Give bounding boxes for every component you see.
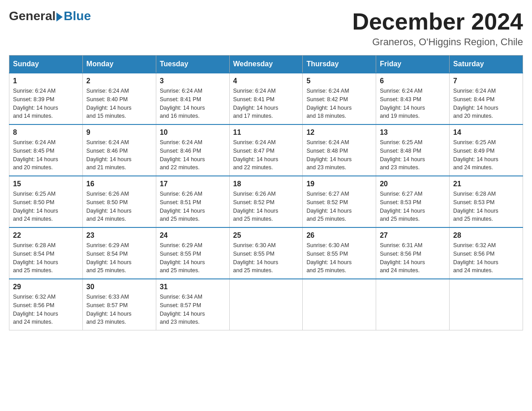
calendar-cell: 6Sunrise: 6:24 AMSunset: 8:43 PMDaylight… [376,73,450,124]
col-friday: Friday [376,56,450,73]
day-info: Sunrise: 6:29 AMSunset: 8:54 PMDaylight:… [86,241,152,275]
calendar-cell: 11Sunrise: 6:24 AMSunset: 8:47 PMDayligh… [229,124,303,176]
day-info: Sunrise: 6:34 AMSunset: 8:57 PMDaylight:… [160,293,226,326]
header-row: Sunday Monday Tuesday Wednesday Thursday… [9,56,523,73]
calendar-cell: 23Sunrise: 6:29 AMSunset: 8:54 PMDayligh… [82,227,156,279]
calendar-cell: 18Sunrise: 6:26 AMSunset: 8:52 PMDayligh… [229,176,303,227]
day-info: Sunrise: 6:27 AMSunset: 8:52 PMDaylight:… [306,190,372,223]
day-info: Sunrise: 6:24 AMSunset: 8:41 PMDaylight:… [160,87,226,120]
day-number: 25 [233,231,299,240]
day-number: 30 [86,283,152,291]
day-number: 31 [160,283,226,291]
calendar-cell: 12Sunrise: 6:24 AMSunset: 8:48 PMDayligh… [303,124,376,176]
day-number: 27 [380,231,446,240]
title-section: December 2024 Graneros, O'Higgins Region… [352,9,523,48]
day-info: Sunrise: 6:24 AMSunset: 8:41 PMDaylight:… [233,87,299,120]
day-number: 6 [380,77,446,85]
calendar-cell: 31Sunrise: 6:34 AMSunset: 8:57 PMDayligh… [156,279,229,330]
day-number: 2 [86,77,152,85]
day-info: Sunrise: 6:24 AMSunset: 8:48 PMDaylight:… [306,138,372,172]
day-number: 13 [380,128,446,137]
week-row-2: 8Sunrise: 6:24 AMSunset: 8:45 PMDaylight… [9,124,523,176]
day-number: 12 [306,128,372,137]
calendar-cell [229,279,303,330]
calendar-cell: 19Sunrise: 6:27 AMSunset: 8:52 PMDayligh… [303,176,376,227]
day-number: 26 [306,231,372,240]
week-row-4: 22Sunrise: 6:28 AMSunset: 8:54 PMDayligh… [9,227,523,279]
day-info: Sunrise: 6:24 AMSunset: 8:46 PMDaylight:… [86,138,152,172]
day-number: 4 [233,77,299,85]
calendar-cell: 28Sunrise: 6:32 AMSunset: 8:56 PMDayligh… [450,227,523,279]
calendar-cell: 20Sunrise: 6:27 AMSunset: 8:53 PMDayligh… [376,176,450,227]
day-info: Sunrise: 6:24 AMSunset: 8:44 PMDaylight:… [453,87,519,120]
day-info: Sunrise: 6:31 AMSunset: 8:56 PMDaylight:… [380,241,446,275]
day-number: 16 [86,180,152,188]
day-info: Sunrise: 6:25 AMSunset: 8:49 PMDaylight:… [453,138,519,172]
week-row-5: 29Sunrise: 6:32 AMSunset: 8:56 PMDayligh… [9,279,523,330]
calendar-cell: 30Sunrise: 6:33 AMSunset: 8:57 PMDayligh… [82,279,156,330]
day-info: Sunrise: 6:24 AMSunset: 8:47 PMDaylight:… [233,138,299,172]
week-row-1: 1Sunrise: 6:24 AMSunset: 8:39 PMDaylight… [9,73,523,124]
calendar-cell: 25Sunrise: 6:30 AMSunset: 8:55 PMDayligh… [229,227,303,279]
day-number: 29 [13,283,79,291]
day-info: Sunrise: 6:25 AMSunset: 8:50 PMDaylight:… [13,190,79,223]
logo-blue-text: Blue [64,9,91,23]
day-info: Sunrise: 6:26 AMSunset: 8:52 PMDaylight:… [233,190,299,223]
day-info: Sunrise: 6:27 AMSunset: 8:53 PMDaylight:… [380,190,446,223]
day-number: 8 [13,128,79,137]
logo-general-text: General [9,9,56,23]
day-number: 1 [13,77,79,85]
day-info: Sunrise: 6:32 AMSunset: 8:56 PMDaylight:… [13,293,79,326]
calendar-cell: 5Sunrise: 6:24 AMSunset: 8:42 PMDaylight… [303,73,376,124]
day-info: Sunrise: 6:24 AMSunset: 8:42 PMDaylight:… [306,87,372,120]
day-number: 20 [380,180,446,188]
day-number: 21 [453,180,519,188]
day-info: Sunrise: 6:30 AMSunset: 8:55 PMDaylight:… [233,241,299,275]
col-monday: Monday [82,56,156,73]
calendar-cell [376,279,450,330]
day-number: 10 [160,128,226,137]
col-tuesday: Tuesday [156,56,229,73]
day-number: 14 [453,128,519,137]
day-number: 7 [453,77,519,85]
calendar-cell: 21Sunrise: 6:28 AMSunset: 8:53 PMDayligh… [450,176,523,227]
calendar-cell: 9Sunrise: 6:24 AMSunset: 8:46 PMDaylight… [82,124,156,176]
calendar-cell: 3Sunrise: 6:24 AMSunset: 8:41 PMDaylight… [156,73,229,124]
calendar-cell: 8Sunrise: 6:24 AMSunset: 8:45 PMDaylight… [9,124,83,176]
day-info: Sunrise: 6:24 AMSunset: 8:39 PMDaylight:… [13,87,79,120]
calendar-cell: 24Sunrise: 6:29 AMSunset: 8:55 PMDayligh… [156,227,229,279]
day-number: 18 [233,180,299,188]
day-number: 11 [233,128,299,137]
col-saturday: Saturday [450,56,523,73]
day-number: 5 [306,77,372,85]
day-number: 17 [160,180,226,188]
day-info: Sunrise: 6:26 AMSunset: 8:51 PMDaylight:… [160,190,226,223]
col-thursday: Thursday [303,56,376,73]
logo-arrow-icon [56,13,63,21]
calendar-cell: 22Sunrise: 6:28 AMSunset: 8:54 PMDayligh… [9,227,83,279]
calendar-cell: 2Sunrise: 6:24 AMSunset: 8:40 PMDaylight… [82,73,156,124]
day-info: Sunrise: 6:33 AMSunset: 8:57 PMDaylight:… [86,293,152,326]
day-number: 19 [306,180,372,188]
day-info: Sunrise: 6:25 AMSunset: 8:48 PMDaylight:… [380,138,446,172]
day-number: 28 [453,231,519,240]
calendar-cell: 17Sunrise: 6:26 AMSunset: 8:51 PMDayligh… [156,176,229,227]
calendar-cell: 4Sunrise: 6:24 AMSunset: 8:41 PMDaylight… [229,73,303,124]
day-number: 24 [160,231,226,240]
col-wednesday: Wednesday [229,56,303,73]
day-number: 22 [13,231,79,240]
month-title: December 2024 [352,9,523,34]
calendar-cell: 7Sunrise: 6:24 AMSunset: 8:44 PMDaylight… [450,73,523,124]
calendar-cell: 10Sunrise: 6:24 AMSunset: 8:46 PMDayligh… [156,124,229,176]
day-number: 3 [160,77,226,85]
day-number: 15 [13,180,79,188]
day-number: 23 [86,231,152,240]
location-text: Graneros, O'Higgins Region, Chile [352,36,523,48]
calendar-cell [450,279,523,330]
day-info: Sunrise: 6:32 AMSunset: 8:56 PMDaylight:… [453,241,519,275]
calendar-cell: 26Sunrise: 6:30 AMSunset: 8:55 PMDayligh… [303,227,376,279]
logo: General Blue [9,9,91,23]
day-info: Sunrise: 6:24 AMSunset: 8:45 PMDaylight:… [13,138,79,172]
page-header: General Blue December 2024 Graneros, O'H… [9,9,523,48]
day-info: Sunrise: 6:29 AMSunset: 8:55 PMDaylight:… [160,241,226,275]
